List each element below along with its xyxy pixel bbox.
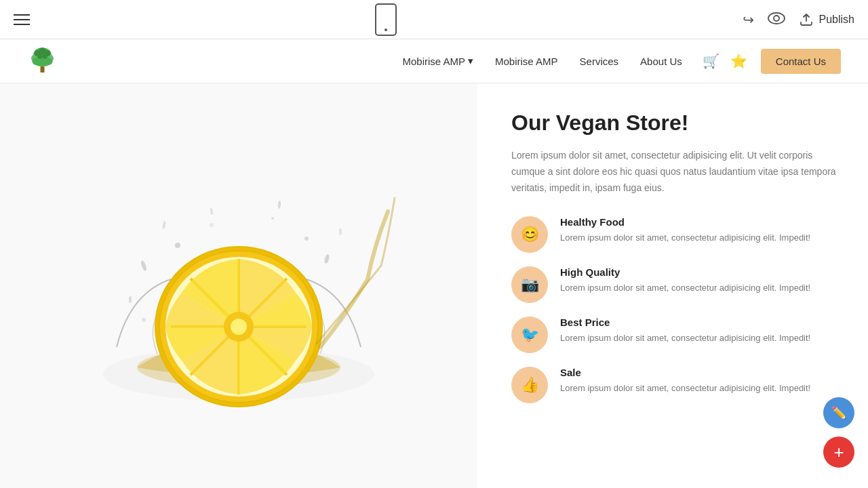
healthy-food-icon: 😊 [511, 216, 548, 253]
fab-container: ✏️ + [823, 397, 854, 468]
mobile-preview-icon[interactable] [375, 3, 397, 36]
svg-point-12 [140, 260, 147, 271]
cart-icon[interactable]: 🛒 [703, 53, 719, 69]
svg-point-13 [162, 220, 166, 229]
nav-mobirise-amp-2[interactable]: Mobirise AMP [495, 56, 558, 67]
svg-point-38 [210, 223, 214, 227]
svg-point-14 [129, 296, 132, 303]
svg-point-19 [277, 200, 281, 208]
dropdown-arrow-icon: ▾ [468, 55, 473, 67]
fab-edit-button[interactable]: ✏️ [823, 397, 854, 428]
nav-links: Mobirise AMP ▾ Mobirise AMP Services Abo… [403, 55, 682, 67]
navbar: Mobirise AMP ▾ Mobirise AMP Services Abo… [0, 39, 868, 83]
feature-best-price: 🐦 Best Price Lorem ipsum dolor sit amet,… [511, 317, 841, 353]
nav-mobirise-amp-1[interactable]: Mobirise AMP ▾ [403, 55, 474, 67]
toolbar-right: ↩ Publish [743, 11, 854, 28]
svg-point-15 [323, 253, 330, 264]
undo-icon[interactable]: ↩ [743, 12, 754, 28]
logo[interactable] [27, 46, 58, 77]
sale-text: Sale Lorem ipsum dolor sit amet, consect… [560, 367, 810, 395]
hero-info-panel: Our Vegan Store! Lorem ipsum dolor sit a… [477, 83, 868, 488]
svg-point-36 [142, 318, 146, 322]
best-price-text: Best Price Lorem ipsum dolor sit amet, c… [560, 317, 810, 345]
svg-point-1 [774, 16, 779, 21]
svg-point-34 [175, 243, 180, 248]
preview-icon[interactable] [768, 11, 785, 28]
toolbar: ↩ Publish [0, 0, 868, 39]
hero-image-panel [0, 83, 477, 488]
fab-add-button[interactable]: + [823, 436, 854, 468]
svg-point-37 [338, 317, 343, 323]
svg-point-39 [271, 217, 274, 220]
sale-icon: 👍 [511, 367, 548, 403]
svg-point-32 [231, 319, 247, 335]
store-description: Lorem ipsum dolor sit amet, consectetur … [511, 148, 841, 196]
healthy-food-text: Healthy Food Lorem ipsum dolor sit amet,… [560, 216, 810, 245]
publish-label: Publish [819, 14, 854, 26]
nav-icons: 🛒 ⭐ [703, 53, 747, 69]
lemon-illustration [76, 144, 401, 428]
nav-about-us[interactable]: About Us [640, 56, 682, 67]
star-icon[interactable]: ⭐ [730, 53, 747, 69]
svg-point-18 [210, 207, 214, 215]
svg-rect-2 [41, 66, 45, 73]
feature-healthy-food: 😊 Healthy Food Lorem ipsum dolor sit ame… [511, 216, 841, 253]
publish-button[interactable]: Publish [799, 14, 854, 26]
store-title: Our Vegan Store! [511, 110, 841, 136]
svg-point-35 [304, 237, 309, 241]
main-content: Our Vegan Store! Lorem ipsum dolor sit a… [0, 83, 868, 488]
nav-services[interactable]: Services [580, 56, 619, 67]
high-quality-text: High Quality Lorem ipsum dolor sit amet,… [560, 266, 810, 295]
hamburger-icon[interactable] [14, 14, 30, 25]
svg-point-16 [339, 228, 342, 235]
svg-point-5 [33, 56, 53, 66]
svg-point-0 [768, 13, 785, 24]
svg-point-10 [43, 54, 48, 59]
feature-sale: 👍 Sale Lorem ipsum dolor sit amet, conse… [511, 367, 841, 403]
toolbar-center [375, 3, 397, 36]
feature-list: 😊 Healthy Food Lorem ipsum dolor sit ame… [511, 216, 841, 403]
best-price-icon: 🐦 [511, 317, 548, 353]
toolbar-left [14, 14, 30, 25]
svg-point-9 [37, 54, 43, 59]
high-quality-icon: 📷 [511, 266, 548, 303]
contact-us-button[interactable]: Contact Us [761, 49, 841, 74]
feature-high-quality: 📷 High Quality Lorem ipsum dolor sit ame… [511, 266, 841, 303]
